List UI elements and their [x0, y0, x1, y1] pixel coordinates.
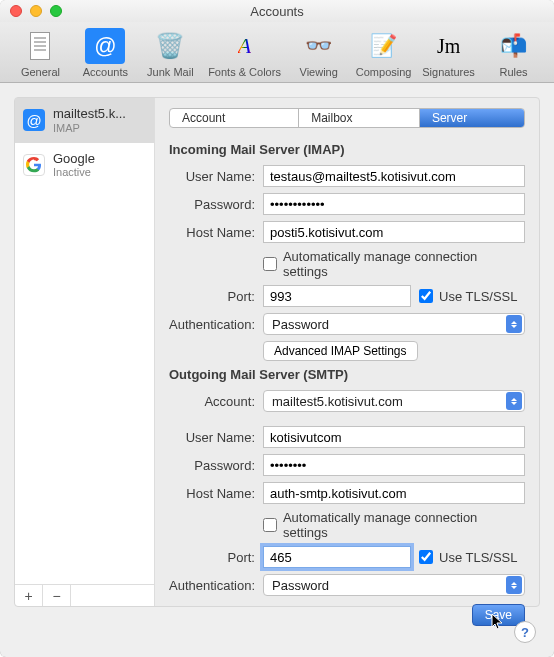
preferences-window: Accounts General @ Accounts 🗑️ Junk Mail… — [0, 0, 554, 657]
outgoing-password-label: Password: — [169, 458, 263, 473]
toolbar-item-fonts-colors[interactable]: A Fonts & Colors — [205, 28, 284, 78]
incoming-username-label: User Name: — [169, 169, 263, 184]
tab-server-settings[interactable]: Server Settings — [420, 109, 524, 127]
incoming-section-header: Incoming Mail Server (IMAP) — [169, 142, 525, 157]
zoom-window-button[interactable] — [50, 5, 62, 17]
tab-group: Account Information Mailbox Behaviors Se… — [169, 108, 525, 128]
titlebar: Accounts — [0, 0, 554, 22]
incoming-tls-label: Use TLS/SSL — [439, 289, 518, 304]
toolbar-item-general[interactable]: General — [10, 28, 71, 78]
traffic-lights — [10, 5, 62, 17]
outgoing-tls-label: Use TLS/SSL — [439, 550, 518, 565]
outgoing-section-header: Outgoing Mail Server (SMTP) — [169, 367, 525, 382]
select-arrows-icon — [506, 392, 522, 410]
toolbar-item-viewing[interactable]: 👓 Viewing — [288, 28, 349, 78]
outgoing-account-select[interactable]: mailtest5.kotisivut.com — [263, 390, 525, 412]
general-icon — [20, 28, 60, 64]
tab-mailbox-behaviors[interactable]: Mailbox Behaviors — [299, 109, 420, 127]
account-sub: Inactive — [53, 166, 95, 179]
account-sub: IMAP — [53, 122, 126, 135]
select-arrows-icon — [506, 576, 522, 594]
toolbar-item-composing[interactable]: 📝 Composing — [353, 28, 414, 78]
at-icon: @ — [23, 109, 45, 131]
outgoing-auto-manage-checkbox[interactable] — [263, 518, 277, 532]
toolbar-item-rules[interactable]: 📬 Rules — [483, 28, 544, 78]
outgoing-auto-manage-label: Automatically manage connection settings — [283, 510, 525, 540]
help-button[interactable]: ? — [514, 621, 536, 643]
add-account-button[interactable]: + — [15, 585, 43, 606]
window-title: Accounts — [250, 4, 303, 19]
select-arrows-icon — [506, 315, 522, 333]
minimize-window-button[interactable] — [30, 5, 42, 17]
toolbar-item-junk-mail[interactable]: 🗑️ Junk Mail — [140, 28, 201, 78]
account-item-imap[interactable]: @ mailtest5.k... IMAP — [15, 98, 154, 143]
incoming-username-field[interactable] — [263, 165, 525, 187]
outgoing-port-label: Port: — [169, 550, 263, 565]
accounts-sidebar: @ mailtest5.k... IMAP Google Inactive — [15, 98, 155, 606]
outgoing-hostname-field[interactable] — [263, 482, 525, 504]
account-item-google[interactable]: Google Inactive — [15, 143, 154, 188]
viewing-icon: 👓 — [299, 28, 339, 64]
incoming-auth-select[interactable]: Password — [263, 313, 525, 335]
tab-account-information[interactable]: Account Information — [170, 109, 299, 127]
outgoing-username-field[interactable] — [263, 426, 525, 448]
outgoing-hostname-label: Host Name: — [169, 486, 263, 501]
outgoing-tls-checkbox[interactable] — [419, 550, 433, 564]
account-name: Google — [53, 151, 95, 167]
incoming-password-field[interactable] — [263, 193, 525, 215]
accounts-icon: @ — [85, 28, 125, 64]
outgoing-account-label: Account: — [169, 394, 263, 409]
outgoing-password-field[interactable] — [263, 454, 525, 476]
incoming-password-label: Password: — [169, 197, 263, 212]
incoming-auth-label: Authentication: — [169, 317, 263, 332]
tabs: Account Information Mailbox Behaviors Se… — [169, 108, 525, 128]
close-window-button[interactable] — [10, 5, 22, 17]
incoming-hostname-label: Host Name: — [169, 225, 263, 240]
toolbar-item-accounts[interactable]: @ Accounts — [75, 28, 136, 78]
panel-inner: @ mailtest5.k... IMAP Google Inactive — [14, 97, 540, 607]
rules-icon: 📬 — [494, 28, 534, 64]
advanced-imap-button[interactable]: Advanced IMAP Settings — [263, 341, 418, 361]
outgoing-auth-label: Authentication: — [169, 578, 263, 593]
outgoing-auth-select[interactable]: Password — [263, 574, 525, 596]
panel: @ mailtest5.k... IMAP Google Inactive — [0, 83, 554, 621]
composing-icon: 📝 — [364, 28, 404, 64]
toolbar-item-signatures[interactable]: Jm Signatures — [418, 28, 479, 78]
toolbar: General @ Accounts 🗑️ Junk Mail A Fonts … — [0, 22, 554, 83]
incoming-hostname-field[interactable] — [263, 221, 525, 243]
account-name: mailtest5.k... — [53, 106, 126, 122]
google-icon — [23, 154, 45, 176]
incoming-auto-manage-label: Automatically manage connection settings — [283, 249, 525, 279]
junk-mail-icon: 🗑️ — [150, 28, 190, 64]
fonts-colors-icon: A — [225, 28, 265, 64]
signatures-icon: Jm — [429, 28, 469, 64]
incoming-auto-manage-checkbox[interactable] — [263, 257, 277, 271]
account-settings-content: Account Information Mailbox Behaviors Se… — [155, 98, 539, 606]
sidebar-footer: + − — [15, 584, 154, 606]
outgoing-port-field[interactable] — [263, 546, 411, 568]
outgoing-username-label: User Name: — [169, 430, 263, 445]
incoming-port-label: Port: — [169, 289, 263, 304]
accounts-list: @ mailtest5.k... IMAP Google Inactive — [15, 98, 154, 584]
incoming-port-field[interactable] — [263, 285, 411, 307]
incoming-tls-checkbox[interactable] — [419, 289, 433, 303]
remove-account-button[interactable]: − — [43, 585, 71, 606]
